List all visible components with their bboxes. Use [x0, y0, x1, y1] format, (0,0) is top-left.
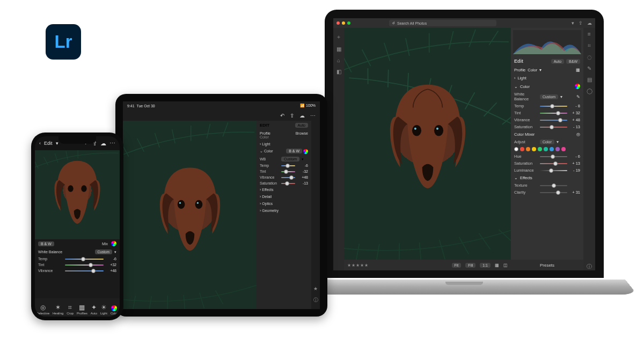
- profile-grid-icon[interactable]: ▦: [576, 68, 580, 72]
- slider-track[interactable]: [540, 156, 567, 157]
- slider-tint[interactable]: Tint-32: [257, 168, 311, 174]
- optics-section[interactable]: › Optics: [257, 200, 311, 207]
- slider-thumb[interactable]: [558, 118, 562, 122]
- slider-thumb[interactable]: [553, 161, 558, 166]
- slider-thumb[interactable]: [549, 168, 553, 173]
- slider-track[interactable]: [281, 165, 295, 166]
- info-icon[interactable]: ⓘ: [587, 263, 592, 270]
- cloud-icon[interactable]: ☁: [100, 140, 106, 147]
- slider-thumb[interactable]: [550, 125, 554, 129]
- grid-icon[interactable]: ▦: [495, 263, 499, 268]
- tool-color[interactable]: Color: [111, 305, 118, 315]
- slider-track[interactable]: [540, 185, 567, 186]
- photos-icon[interactable]: ▦: [336, 46, 341, 52]
- bw-button[interactable]: B & W: [38, 241, 54, 246]
- slider-thumb[interactable]: [556, 111, 560, 115]
- slider-thumb[interactable]: [285, 181, 289, 186]
- rating-stars[interactable]: ★★★★★: [347, 263, 369, 268]
- slider-temp[interactable]: Temp-6: [257, 163, 311, 168]
- tool-crop[interactable]: ⌗Crop: [67, 304, 74, 315]
- edit-sliders-icon[interactable]: ≡: [588, 31, 591, 37]
- healing-icon[interactable]: ◌: [587, 54, 592, 60]
- slider-track[interactable]: [540, 106, 567, 107]
- add-icon[interactable]: ＋: [336, 33, 341, 41]
- zoom-fit-button[interactable]: Fit: [452, 263, 462, 268]
- slider-tint[interactable]: Tint + 32: [511, 109, 583, 116]
- slider-texture[interactable]: Texture: [511, 182, 583, 189]
- learn-icon[interactable]: ◧: [336, 69, 341, 75]
- slider-mixer-saturation[interactable]: Saturation + 13: [511, 160, 583, 167]
- detail-section[interactable]: › Detail: [257, 193, 311, 200]
- color-eyedropper-icon[interactable]: [575, 84, 580, 89]
- slider-track[interactable]: [281, 171, 295, 172]
- slider-thumb[interactable]: [550, 104, 554, 108]
- slider-thumb[interactable]: [556, 190, 560, 195]
- tool-healing[interactable]: ✶Healing: [53, 304, 63, 315]
- swatch-red[interactable]: [520, 147, 524, 151]
- wb-dropdown[interactable]: Custom: [281, 157, 299, 161]
- tool-auto[interactable]: ✦Auto: [91, 304, 97, 315]
- compare-icon[interactable]: ◫: [503, 263, 508, 268]
- auto-button[interactable]: Auto: [295, 123, 308, 128]
- slider-saturation[interactable]: Saturation - 13: [511, 123, 583, 130]
- slider-thumb[interactable]: [91, 269, 96, 273]
- swatch-blue[interactable]: [550, 147, 554, 151]
- back-button[interactable]: ‹: [39, 141, 41, 146]
- slider-thumb[interactable]: [552, 183, 556, 188]
- slider-thumb[interactable]: [551, 155, 555, 159]
- photo-preview[interactable]: [123, 121, 257, 309]
- swatch-all[interactable]: [514, 147, 518, 151]
- light-section[interactable]: › Light: [511, 74, 583, 82]
- wb-dropdown[interactable]: Custom: [540, 94, 558, 99]
- info-icon[interactable]: ⓘ: [313, 297, 318, 304]
- slider-track[interactable]: [281, 183, 295, 184]
- slider-track[interactable]: [65, 259, 104, 260]
- bw-button[interactable]: B & W: [286, 149, 302, 153]
- slider-thumb[interactable]: [89, 263, 93, 267]
- swatch-green[interactable]: [538, 147, 542, 151]
- swatch-magenta[interactable]: [561, 147, 566, 151]
- slider-track[interactable]: [540, 163, 567, 164]
- cloud-icon[interactable]: ☁: [587, 20, 592, 26]
- slider-track[interactable]: [540, 120, 567, 121]
- crop-icon[interactable]: ⌗: [588, 42, 591, 49]
- swatch-yellow[interactable]: [532, 147, 536, 151]
- wb-dropdown[interactable]: Custom: [95, 249, 112, 254]
- slider-vibrance[interactable]: Vibrance+48: [257, 174, 311, 180]
- white-balance-row[interactable]: White Balance Custom ▾: [35, 248, 120, 256]
- photo-preview[interactable]: [344, 28, 511, 260]
- more-icon[interactable]: ⋯: [109, 140, 115, 147]
- bw-button[interactable]: B&W: [566, 59, 580, 64]
- search-input[interactable]: ☌ Search All Photos: [389, 20, 496, 26]
- tool-light[interactable]: ☀Light: [100, 304, 107, 315]
- undo-icon[interactable]: ↶: [280, 113, 284, 119]
- filter-icon[interactable]: ▾: [572, 20, 574, 26]
- slider-track[interactable]: [540, 170, 567, 171]
- slider-track[interactable]: [65, 264, 104, 266]
- slider-track[interactable]: [540, 192, 567, 193]
- swatch-purple[interactable]: [555, 147, 560, 151]
- effects-section[interactable]: ⌄ Effects: [511, 174, 583, 182]
- mixer-adjust-row[interactable]: Adjust Color▾: [511, 138, 583, 145]
- slider-saturation[interactable]: Saturation-13: [257, 180, 311, 186]
- profile-browse[interactable]: Browse: [296, 131, 308, 135]
- chevron-down-icon[interactable]: ▾: [56, 141, 58, 146]
- swatch-orange[interactable]: [526, 147, 530, 151]
- slider-track[interactable]: [540, 113, 567, 114]
- linear-gradient-icon[interactable]: ▤: [587, 77, 592, 83]
- slider-thumb[interactable]: [284, 170, 288, 174]
- brush-icon[interactable]: ✎: [587, 65, 591, 71]
- slider-track[interactable]: [540, 127, 567, 128]
- minimize-icon[interactable]: [342, 21, 345, 25]
- tool-profiles[interactable]: ▦Profiles: [77, 304, 87, 315]
- slider-track[interactable]: [65, 270, 104, 271]
- slider-clarity[interactable]: Clarity + 31: [511, 189, 583, 196]
- slider-thumb[interactable]: [81, 257, 85, 261]
- share-icon[interactable]: ⇪: [290, 113, 294, 119]
- close-icon[interactable]: [336, 21, 340, 25]
- swatch-aqua[interactable]: [544, 147, 548, 151]
- slider-thumb[interactable]: [289, 175, 294, 180]
- cloud-icon[interactable]: ☁: [299, 113, 305, 119]
- adjust-dropdown[interactable]: Color: [540, 139, 554, 144]
- effects-section[interactable]: › Effects: [257, 186, 311, 193]
